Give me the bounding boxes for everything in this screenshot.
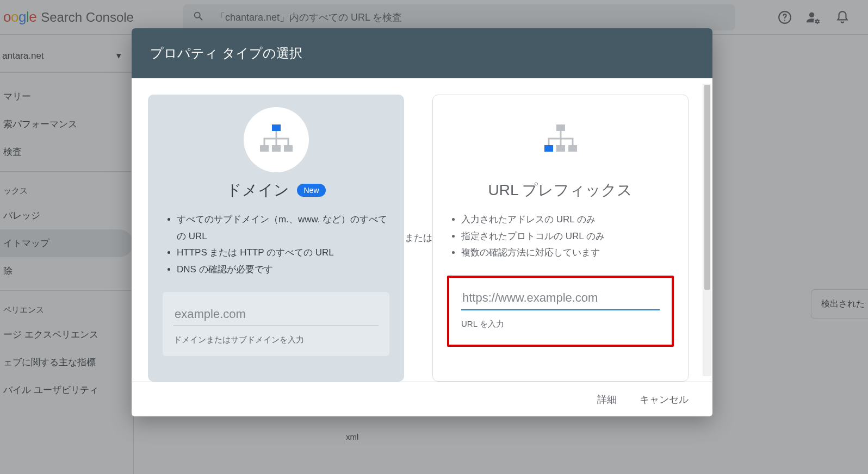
svg-rect-5	[284, 145, 293, 152]
new-badge: New	[297, 184, 325, 197]
or-label: または	[405, 232, 432, 245]
domain-property-card[interactable]: ドメイン New すべてのサブドメイン（m.、www. など）のすべての URL…	[148, 95, 404, 382]
domain-card-title: ドメイン	[226, 180, 289, 201]
svg-rect-4	[272, 145, 281, 152]
or-separator: または	[404, 95, 432, 382]
domain-bullet: HTTPS または HTTP のすべての URL	[177, 245, 389, 261]
svg-rect-2	[272, 124, 281, 131]
domain-bullet: DNS の確認が必要です	[177, 261, 389, 278]
url-prefix-input[interactable]	[461, 289, 660, 310]
domain-input-block: ドメインまたはサブドメインを入力	[163, 292, 389, 356]
cancel-button[interactable]: キャンセル	[637, 389, 691, 410]
dialog-scrollbar[interactable]: ▲	[703, 84, 711, 376]
svg-rect-9	[568, 145, 577, 152]
dialog-body: ドメイン New すべてのサブドメイン（m.、www. など）のすべての URL…	[132, 78, 712, 382]
url-prefix-card-title-row: URL プレフィックス	[488, 180, 633, 201]
url-prefix-card-bullets: 入力されたアドレスの URL のみ 指定されたプロトコルの URL のみ 複数の…	[447, 211, 674, 261]
domain-card-title-row: ドメイン New	[226, 180, 325, 201]
property-type-dialog: プロパティ タイプの選択 ドメイ	[132, 28, 712, 416]
scrollbar-thumb[interactable]	[704, 85, 710, 290]
domain-input-helper: ドメインまたはサブドメインを入力	[173, 335, 379, 345]
dialog-actions: 詳細 キャンセル	[132, 382, 712, 416]
url-prefix-icon-circle	[528, 107, 593, 172]
learn-more-button[interactable]: 詳細	[595, 389, 619, 410]
domain-icon-circle	[244, 107, 309, 172]
svg-rect-6	[556, 124, 565, 131]
domain-card-bullets: すべてのサブドメイン（m.、www. など）のすべての URL HTTPS また…	[163, 211, 389, 278]
svg-rect-7	[544, 145, 553, 152]
svg-rect-3	[260, 145, 269, 152]
url-prefix-input-block-highlight: URL を入力	[447, 276, 674, 347]
url-prefix-bullet: 複数の確認方法に対応しています	[461, 245, 674, 261]
dialog-title: プロパティ タイプの選択	[132, 28, 712, 78]
url-prefix-bullet: 指定されたプロトコルの URL のみ	[461, 228, 674, 245]
url-prefix-property-card[interactable]: URL プレフィックス 入力されたアドレスの URL のみ 指定されたプロトコル…	[432, 95, 689, 382]
domain-input[interactable]	[173, 305, 379, 326]
sitemap-tree-icon	[257, 122, 296, 157]
url-prefix-card-title: URL プレフィックス	[488, 180, 633, 201]
url-prefix-input-helper: URL を入力	[461, 319, 660, 329]
url-prefix-bullet: 入力されたアドレスの URL のみ	[461, 211, 674, 228]
domain-bullet: すべてのサブドメイン（m.、www. など）のすべての URL	[177, 211, 389, 245]
dialog-cards: ドメイン New すべてのサブドメイン（m.、www. など）のすべての URL…	[132, 78, 712, 382]
sitemap-tree-partial-icon	[541, 122, 580, 157]
svg-rect-8	[556, 145, 565, 152]
